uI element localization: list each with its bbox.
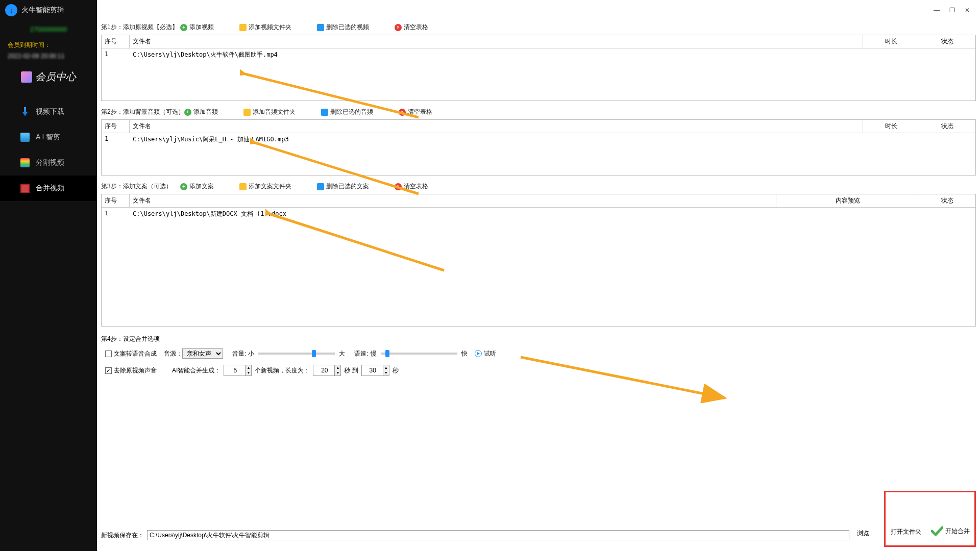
cell-status [919,208,975,220]
speed-slider[interactable] [381,353,457,355]
cell-duration [863,48,919,61]
cell-status [919,133,975,146]
btn-label: 清空表格 [408,108,432,116]
download-icon [20,107,30,116]
plus-icon: + [180,24,187,31]
tts-options-row: 文案转语音合成 音源： 亲和女声 音量: 小 大 语速: 慢 快 试听 [101,348,976,359]
cell-preview [776,208,919,220]
step4-section: 第4步：设定合并选项 文案转语音合成 音源： 亲和女声 音量: 小 大 语速: … [97,331,980,386]
titlebar: ↓ 火牛智能剪辑 — ❐ ✕ [0,0,980,20]
sec-to-label: 秒 到 [344,366,358,375]
tts-checkbox[interactable] [105,350,112,357]
mute-original-label: 去除原视频声音 [114,366,157,375]
maximize-button[interactable]: ❐ [944,3,960,18]
btn-label: 添加视频 [189,23,214,32]
save-path-input[interactable] [147,530,849,540]
table-header: 序号 文件名 时长 状态 [102,35,975,48]
titlebar-brand: ↓ 火牛智能剪辑 [0,0,97,20]
delete-selected-video-button[interactable]: 删除已选的视频 [317,23,369,32]
voice-label: 音源： [164,349,182,358]
btn-label: 添加音频 [193,108,218,116]
table-row[interactable]: 1 C:\Users\ylj\Desktop\火牛软件\截图助手.mp4 [102,48,975,61]
delete-selected-script-button[interactable]: 删除已选的文案 [317,182,369,191]
speed-min: 慢 [371,349,377,358]
col-name: 文件名 [130,120,863,133]
action-box: 打开文件夹 开始合并 [884,491,976,547]
script-table: 序号 文件名 内容预览 状态 1 C:\Users\ylj\Desktop\新建… [101,194,976,327]
close-button[interactable]: ✕ [960,3,975,18]
col-seq: 序号 [102,35,130,48]
sidebar-item-merge[interactable]: 合并视频 [0,176,97,201]
table-body: 1 C:\Users\ylj\Music\阿呆E_H - 加油！AMIGO.mp… [102,133,975,146]
cell-name: C:\Users\ylj\Desktop\火牛软件\截图助手.mp4 [130,48,863,61]
table-header: 序号 文件名 内容预览 状态 [102,194,975,208]
stepper-buttons[interactable]: ▲▼ [245,365,251,375]
clear-audio-table-button[interactable]: ×清空表格 [399,108,432,116]
table-row[interactable]: 1 C:\Users\ylj\Music\阿呆E_H - 加油！AMIGO.mp… [102,133,975,146]
col-preview: 内容预览 [776,194,919,207]
table-row[interactable]: 1 C:\Users\ylj\Desktop\新建DOCX 文档 (1).doc… [102,208,975,220]
browse-button[interactable]: 浏览 [852,529,874,542]
sidebar: 2700000000 会员到期时间： 2022-02-09 20:00:11 会… [0,20,97,551]
cell-seq: 1 [102,208,130,220]
titlebar-controls: — ❐ ✕ [97,0,980,20]
minimize-button[interactable]: — [929,3,944,18]
open-folder-button[interactable]: 打开文件夹 [891,528,921,536]
cell-status [919,48,975,61]
add-video-button[interactable]: +添加视频 [180,23,214,32]
volume-min: 小 [248,349,254,358]
nav-label: A I 智剪 [36,133,60,142]
plus-icon: + [184,109,191,116]
btn-label: 删除已选的音频 [330,108,373,116]
col-duration: 时长 [863,120,919,133]
stepper-buttons[interactable]: ▲▼ [334,365,340,375]
voice-select[interactable]: 亲和女声 [182,348,223,359]
btn-label: 删除已选的文案 [326,182,369,191]
vip-icon [21,71,32,83]
merge-icon [20,184,30,193]
stepper-buttons[interactable]: ▲▼ [383,365,389,375]
clear-video-table-button[interactable]: ×清空表格 [395,23,428,32]
speed-label: 语速: [354,349,368,358]
add-script-folder-button[interactable]: 添加文案文件夹 [239,182,291,191]
add-video-folder-button[interactable]: 添加视频文件夹 [239,23,291,32]
expire-label: 会员到期时间： [0,41,97,49]
main-content: 第1步：添加原视频【必选】 +添加视频 添加视频文件夹 删除已选的视频 ×清空表… [97,20,980,551]
col-status: 状态 [919,194,975,207]
sidebar-item-ai-edit[interactable]: A I 智剪 [0,124,97,150]
ai-gen-label: AI智能合并生成： [172,366,220,375]
plus-icon: + [180,183,187,190]
cell-name: C:\Users\ylj\Music\阿呆E_H - 加油！AMIGO.mp3 [130,133,863,146]
delete-selected-audio-button[interactable]: 删除已选的音频 [321,108,373,116]
nav-label: 合并视频 [36,184,64,193]
add-script-button[interactable]: +添加文案 [180,182,214,191]
add-audio-button[interactable]: +添加音频 [184,108,218,116]
start-merge-button[interactable]: 开始合并 [931,526,970,536]
audio-table: 序号 文件名 时长 状态 1 C:\Users\ylj\Music\阿呆E_H … [101,119,976,176]
btn-label: 添加文案 [189,182,214,191]
vip-center-label: 会员中心 [35,70,76,84]
col-status: 状态 [919,120,975,133]
sidebar-item-download[interactable]: 视频下载 [0,99,97,124]
btn-label: 清空表格 [404,182,428,191]
clear-icon: × [395,24,402,31]
cell-duration [863,133,919,146]
gen-options-row: 去除原视频声音 AI智能合并生成： ▲▼ 个新视频，长度为： ▲▼ 秒 到 ▲▼… [101,365,976,376]
step1-label: 第1步：添加原视频【必选】 [101,23,180,32]
step4-label: 第4步：设定合并选项 [101,335,976,343]
save-label: 新视频保存在： [101,531,144,540]
step2-label: 第2步：添加背景音频（可选） [101,108,184,116]
volume-slider[interactable] [258,353,335,355]
mute-original-checkbox[interactable] [105,367,112,374]
tts-label: 文案转语音合成 [114,349,157,358]
clear-script-table-button[interactable]: ×清空表格 [395,182,428,191]
folder-icon [243,109,251,116]
vip-center-button[interactable]: 会员中心 [0,70,97,84]
preview-voice-button[interactable]: 试听 [475,349,496,358]
table-body: 1 C:\Users\ylj\Desktop\新建DOCX 文档 (1).doc… [102,208,975,220]
sidebar-item-split[interactable]: 分割视频 [0,150,97,176]
sec-label: 秒 [393,366,399,375]
app-title: 火牛智能剪辑 [21,6,64,15]
add-audio-folder-button[interactable]: 添加音频文件夹 [243,108,296,116]
step1-toolbar: 第1步：添加原视频【必选】 +添加视频 添加视频文件夹 删除已选的视频 ×清空表… [97,20,980,35]
